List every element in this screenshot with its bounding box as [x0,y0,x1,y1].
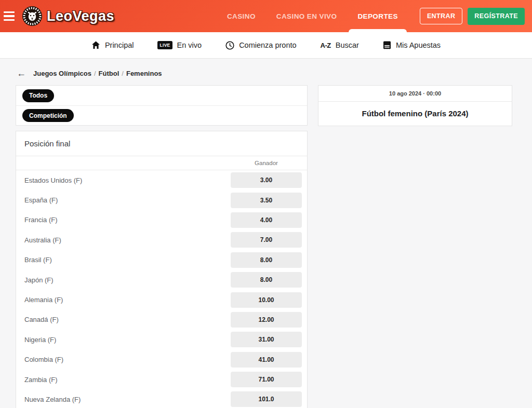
odds-button[interactable]: 8.00 [231,252,302,268]
filter-pill-competicion[interactable]: Competición [22,109,74,122]
live-badge-icon: LIVE [157,41,172,49]
odds-button[interactable]: 31.00 [231,332,302,347]
market-row: Brasil (F) 8.00 [16,250,307,270]
odds-button[interactable]: 8.00 [231,272,302,288]
odds-button[interactable]: 3.50 [231,193,302,208]
top-header: LeoVegas CASINO CASINO EN VIVO DEPORTES … [0,0,532,32]
event-card[interactable]: 10 ago 2024 · 00:00 Fútbol femenino (Par… [318,85,512,126]
team-name: Brasil (F) [24,256,52,264]
primary-nav: CASINO CASINO EN VIVO DEPORTES [217,0,408,32]
breadcrumb-femeninos[interactable]: Femeninos [126,70,162,77]
odds-button[interactable]: 41.00 [231,352,302,368]
hamburger-menu-icon[interactable] [0,0,20,32]
market-row: Zambia (F) 71.00 [16,370,307,389]
back-arrow-icon[interactable]: ← [17,69,26,78]
filter-row-competicion: Competición [16,105,307,125]
filter-pill-todos[interactable]: Todos [22,89,54,102]
column-header-ganador: Ganador [231,160,302,166]
lion-logo-icon [22,6,43,26]
login-button[interactable]: ENTRAR [420,8,462,24]
market-row: Japón (F) 8.00 [16,270,307,290]
subnav-item-buscar[interactable]: A-Z Buscar [321,41,359,49]
breadcrumb-row: ← Juegos Olímpicos/Fútbol/Femeninos [0,59,532,85]
breadcrumb-futbol[interactable]: Fútbol [99,70,119,77]
nav-deportes[interactable]: DEPORTES [347,0,408,32]
brand-wordmark: LeoVegas [47,8,114,24]
team-name: Francia (F) [24,216,58,224]
odds-button[interactable]: 71.00 [231,372,302,387]
market-row: Australia (F) 7.00 [16,230,307,250]
nav-casino[interactable]: CASINO [217,0,266,32]
nav-casino-en-vivo[interactable]: CASINO EN VIVO [266,0,348,32]
team-name: Alemania (F) [24,296,63,304]
market-row: España (F) 3.50 [16,190,307,210]
odds-button[interactable]: 101.0 [231,391,302,407]
betslip-icon [383,41,391,49]
team-name: Colombia (F) [24,356,63,363]
odds-button[interactable]: 4.00 [231,212,302,228]
subnav-item-en-vivo[interactable]: LIVE En vivo [157,41,202,49]
event-datetime: 10 ago 2024 · 00:00 [318,86,512,102]
markets-column: Todos Competición Posición final Ganador… [16,85,308,408]
main-content: Todos Competición Posición final Ganador… [0,85,532,408]
register-button[interactable]: REGÍSTRATE [468,8,525,25]
odds-button[interactable]: 7.00 [231,232,302,248]
breadcrumb-juegos-olimpicos[interactable]: Juegos Olímpicos [33,70,91,77]
team-name: España (F) [24,196,58,204]
home-icon [91,41,100,49]
odds-button[interactable]: 3.00 [231,172,302,188]
odds-button[interactable]: 10.00 [231,292,302,308]
brand-logo[interactable]: LeoVegas [22,6,114,26]
filter-row-todos: Todos [16,86,307,105]
team-name: Japón (F) [24,276,54,284]
market-card: Posición final Ganador Estados Unidos (F… [16,131,308,408]
market-row: Alemania (F) 10.00 [16,290,307,309]
breadcrumb-separator: / [119,70,126,77]
event-title: Fútbol femenino (París 2024) [318,102,512,126]
team-name: Canadá (F) [24,316,59,323]
market-row: Nueva Zelanda (F) 101.0 [16,389,307,408]
team-name: Zambia (F) [24,376,58,384]
filter-card: Todos Competición [16,85,308,126]
market-row: Colombia (F) 41.00 [16,350,307,370]
breadcrumb: Juegos Olímpicos/Fútbol/Femeninos [33,70,162,77]
subnav-item-mis-apuestas[interactable]: Mis Apuestas [383,41,441,49]
breadcrumb-separator: / [91,70,99,77]
clock-icon [225,41,234,50]
market-row: Canadá (F) 12.00 [16,310,307,330]
auth-buttons: ENTRAR REGÍSTRATE [420,8,525,25]
market-column-header-row: Ganador [16,156,307,170]
team-name: Australia (F) [24,236,61,244]
market-row: Francia (F) 4.00 [16,210,307,230]
team-name: Nueva Zelanda (F) [24,396,81,403]
subnav-item-comienza-pronto[interactable]: Comienza pronto [225,41,296,50]
market-row: Estados Unidos (F) 3.00 [16,170,307,190]
subnav-item-principal[interactable]: Principal [91,41,134,49]
market-row: Nigeria (F) 31.00 [16,330,307,349]
odds-button[interactable]: 12.00 [231,312,302,328]
az-search-icon: A-Z [321,42,331,49]
event-column: 10 ago 2024 · 00:00 Fútbol femenino (Par… [318,85,512,126]
sports-subnav: Principal LIVE En vivo Comienza pronto A… [0,32,532,59]
market-title: Posición final [16,131,307,156]
team-name: Nigeria (F) [24,336,56,344]
market-rows: Estados Unidos (F) 3.00 España (F) 3.50 … [16,170,307,408]
team-name: Estados Unidos (F) [24,176,82,184]
